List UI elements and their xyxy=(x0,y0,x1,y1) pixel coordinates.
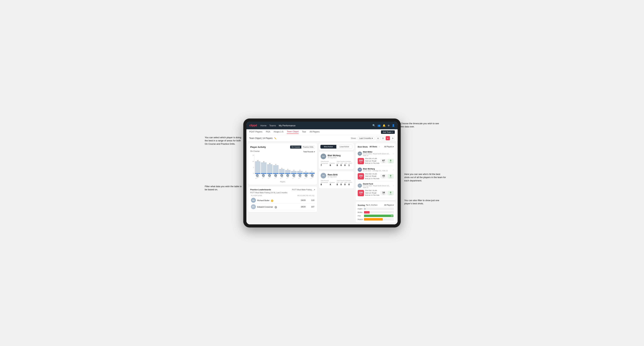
list-view-button[interactable]: ☰ xyxy=(381,136,385,140)
bar-D-Ford: 10 xyxy=(267,163,272,174)
search-icon[interactable]: 🔍 xyxy=(372,124,376,127)
sub-nav-pgat[interactable]: PGAT Players xyxy=(249,131,262,134)
putt-val-rees: 0 xyxy=(348,183,352,186)
bar-R-Britt: 12 xyxy=(261,161,266,174)
shot-card-matt-miller: MM Matt Miller 09 Jun 2023 · Royal North… xyxy=(358,149,394,166)
app-val-blair: 0 xyxy=(340,164,343,167)
shot-player-name-david: David Ford xyxy=(363,183,393,185)
people-icon[interactable]: 👥 xyxy=(378,124,380,127)
shot-card-david-ford: DF David Ford 24 Aug 2023 · Royal North … xyxy=(358,181,394,198)
shot-chevron-matt[interactable]: › xyxy=(393,152,394,155)
bogeys-bar xyxy=(364,218,383,220)
shot-info-david: Shot Dist: 16 yds Start Lie: Rough End L… xyxy=(365,189,380,197)
annotation-player-filter: You can also filter to show just one pla… xyxy=(404,199,446,205)
sub-nav: PGAT Players PGA Hcaps 1-5 Team Clippd T… xyxy=(246,129,398,135)
total-rounds-label-blair: Total Rounds xyxy=(320,161,335,162)
leaderboard-filter-dropdown[interactable]: PUTT Must Make Putting ... ▾ xyxy=(292,189,315,191)
logo[interactable]: clippd xyxy=(249,124,257,127)
activity-tabs: Most Active Least Active xyxy=(320,145,352,149)
all-shots-tab[interactable]: All Shots xyxy=(369,145,378,148)
player-name-rees: Rees Britt xyxy=(328,173,338,176)
player-card-header-blair: BM Blair McHarg 26 Aug 2023 xyxy=(320,154,352,159)
bar-R-Butler: 3 xyxy=(291,170,296,174)
shot-chevron-david[interactable]: › xyxy=(393,184,394,187)
user-icon[interactable]: 👤 xyxy=(392,124,395,127)
shot-player-detail-david: 24 Aug 2023 · Royal North Devon GC, Hole… xyxy=(363,185,393,188)
shot-details-matt: 200 SG Shot Dist: 67 yds Start Lie: Roug… xyxy=(358,158,394,165)
bell-icon[interactable]: 🔔 xyxy=(382,124,386,127)
shot-chevron-blair[interactable]: › xyxy=(393,169,394,171)
settings-view-button[interactable]: ⚙ xyxy=(390,136,395,140)
nav-icons: 🔍 👥 🔔 ⊕ 👤 xyxy=(372,124,395,127)
player-info-rees: Rees Britt 02 Sep 2023 xyxy=(328,173,338,178)
team-header: Team Clippd | 14 Players ✏️ Show: Last 3… xyxy=(246,135,398,142)
col-pb-score: PB SCORE xyxy=(297,195,306,196)
y-label-5: 5 xyxy=(253,167,254,168)
nav-home[interactable]: Home xyxy=(260,124,266,127)
best-shots-panel: Best Shots All Shots ▾ All Players ▾ MM xyxy=(356,143,396,200)
practice-drills-button[interactable]: Practice Drills xyxy=(301,146,315,149)
sub-nav-tour[interactable]: Tour xyxy=(302,131,306,134)
shot-card-header-david: DF David Ford 24 Aug 2023 · Royal North … xyxy=(358,183,394,188)
most-active-tab[interactable]: Most Active xyxy=(320,145,336,149)
rank-badge-1: 1 xyxy=(271,199,273,202)
bar-E-Crossman: 2 xyxy=(303,171,308,174)
leaderboard-header: Practice Leaderboards PUTT Must Make Put… xyxy=(250,188,315,191)
tablet-screen: clippd Home Teams My Performance 🔍 👥 🔔 ⊕… xyxy=(246,122,398,224)
player-info-edward: Edward Crossman 2 xyxy=(257,205,297,208)
shot-metric-end-blair: 0 yds xyxy=(388,174,394,178)
x-label-J-Coles: J. Coles xyxy=(274,176,277,179)
pars-bar xyxy=(364,215,394,217)
total-rounds-dropdown[interactable]: Total Rounds ▾ xyxy=(303,151,315,153)
annotation-best-shots: Here you can see who's hit the best shot… xyxy=(404,173,446,182)
player-activity-title: Player Activity xyxy=(250,146,266,148)
shot-player-name-blair-shot: Blair McHarg xyxy=(363,168,393,170)
practice-label-blair: Practice 6 xyxy=(330,163,335,167)
edit-icon[interactable]: ✏️ xyxy=(274,137,276,139)
bar-G-Billingham: 4 xyxy=(285,169,290,174)
x-label-R-Britt: R. Britt xyxy=(262,176,265,179)
add-circle-icon[interactable]: ⊕ xyxy=(388,124,390,127)
heart-view-button[interactable]: ♥ xyxy=(386,136,390,140)
shot-metric-end-david: 0 yds xyxy=(388,191,394,195)
nav-my-performance[interactable]: My Performance xyxy=(279,124,296,127)
shot-player-detail-blair-shot: 23 Jul 2023 · Ashridge GC, Hole 15 xyxy=(363,170,393,172)
add-team-button[interactable]: Add Team + xyxy=(381,130,395,134)
tournament-val-blair: 7 xyxy=(320,164,328,167)
right-column: Best Shots All Shots ▾ All Players ▾ MM xyxy=(356,143,396,223)
sub-nav-pga[interactable]: PGA xyxy=(266,131,270,134)
shot-details-david: 198 SG Shot Dist: 16 yds Start Lie: Roug… xyxy=(358,189,394,197)
shot-metrics-matt: 67 yds 0 yds xyxy=(380,159,394,163)
avatar-blair: BM xyxy=(320,154,326,159)
player-info-richard: Richard Butler 1 xyxy=(257,199,297,202)
show-dropdown[interactable]: Last 3 months ▾ xyxy=(358,137,374,140)
annotation-player-select: You can select which player is doing the… xyxy=(205,136,243,146)
shot-metric-dist-david: 16 yds xyxy=(380,191,387,195)
practice-activities-label-rees: Total Practice Activities xyxy=(337,180,352,181)
nav-teams[interactable]: Teams xyxy=(269,124,276,127)
sub-nav-hcaps[interactable]: Hcaps 1-5 xyxy=(274,131,283,134)
nav-links: Home Teams My Performance xyxy=(260,124,369,127)
sub-nav-team-clippd[interactable]: Team Clippd xyxy=(287,130,298,134)
on-course-button[interactable]: On Course xyxy=(290,146,301,149)
grid-view-button[interactable]: ⊞ xyxy=(376,136,380,140)
least-active-tab[interactable]: Least Active xyxy=(336,145,352,149)
sub-nav-all-players[interactable]: All Players xyxy=(310,131,320,134)
shot-badge-david: 198 SG xyxy=(358,190,364,196)
x-axis-label: Players xyxy=(250,181,315,183)
team-header-right: Show: Last 3 months ▾ ⊞ ☰ ♥ ⚙ xyxy=(351,136,395,140)
leaderboard-title: Practice Leaderboards xyxy=(250,188,271,191)
scoring-all-players[interactable]: All Players ▾ xyxy=(384,204,394,206)
shot-info-matt: Shot Dist: 67 yds Start Lie: Rough End L… xyxy=(365,158,380,165)
eagles-value: 3 xyxy=(365,208,366,209)
birdies-value: 96 xyxy=(392,211,393,213)
shot-badge-matt: 200 SG xyxy=(358,158,364,164)
scoring-filter-dropdown[interactable]: Par 3, 4 & 5s ▾ xyxy=(366,204,377,206)
total-rounds-group-rees: Total Rounds Tournament 8 Practice 4 xyxy=(320,180,335,186)
all-players-filter[interactable]: All Players ▾ xyxy=(384,146,394,148)
pars-value: 499 xyxy=(391,215,393,216)
app-val-rees: 0 xyxy=(340,183,343,186)
pb-score-richard: 19/20 xyxy=(297,199,306,201)
practice-val-blair: 6 xyxy=(330,164,335,167)
total-rounds-label-rees: Total Rounds xyxy=(320,180,335,181)
